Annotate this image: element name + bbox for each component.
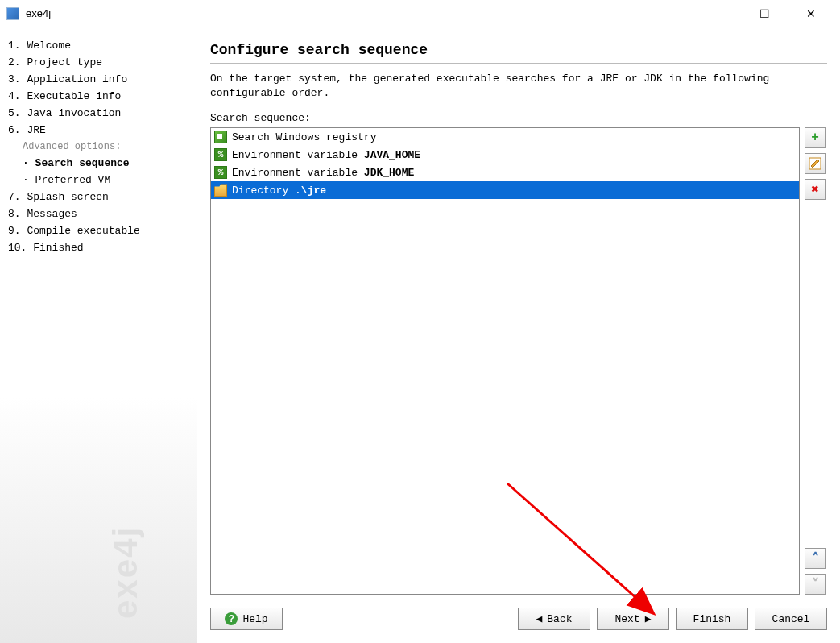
nav-item[interactable]: 8. Messages (8, 205, 189, 222)
sequence-label: Search sequence: (210, 112, 827, 124)
finish-button[interactable]: Finish (676, 608, 748, 630)
sequence-item[interactable]: Environment variable JAVA_HOME (211, 146, 799, 164)
titlebar: exe4j — ☐ ✕ (0, 0, 840, 27)
nav-item[interactable]: 6. JRE (8, 122, 189, 139)
move-down-button[interactable]: ˅ (805, 574, 826, 595)
nav-advanced-label: Advanced options: (8, 139, 189, 155)
sequence-item-text: Directory .\jre (232, 185, 326, 197)
sequence-item[interactable]: Directory .\jre (211, 181, 799, 199)
next-arrow-icon: ▶ (645, 612, 652, 625)
minimize-button[interactable]: — (701, 7, 734, 20)
help-button[interactable]: ? Help (210, 608, 283, 630)
nav-sub-item[interactable]: · Search sequence (8, 155, 189, 172)
sequence-list[interactable]: Search Windows registryEnvironment varia… (210, 127, 800, 595)
window-controls: — ☐ ✕ (701, 7, 834, 20)
move-up-button[interactable]: ˄ (805, 548, 826, 569)
nav-item[interactable]: 5. Java invocation (8, 105, 189, 122)
sidebar: 1. Welcome2. Project type3. Application … (0, 27, 197, 643)
folder-icon (214, 184, 227, 197)
close-button[interactable]: ✕ (795, 7, 827, 20)
nav-item[interactable]: 2. Project type (8, 54, 189, 71)
footer: ? Help ◀ Back Next ▶ Finish Cancel (210, 595, 827, 633)
registry-icon (214, 131, 227, 143)
env-icon (214, 148, 227, 161)
app-icon (6, 7, 19, 20)
page-title: Configure search sequence (210, 42, 827, 64)
nav-item[interactable]: 9. Compile executable (8, 222, 189, 239)
env-icon (214, 166, 227, 179)
list-toolbar: + ✖ ˄ ˅ (805, 127, 827, 595)
sequence-item-text: Search Windows registry (232, 131, 376, 143)
page-description: On the target system, the generated exec… (210, 72, 827, 101)
nav-sub-item[interactable]: · Preferred VM (8, 172, 189, 189)
nav-item[interactable]: 10. Finished (8, 239, 189, 256)
maximize-button[interactable]: ☐ (748, 7, 780, 20)
main-panel: Configure search sequence On the target … (197, 27, 840, 643)
nav-item[interactable]: 4. Executable info (8, 88, 189, 105)
sequence-item-text: Environment variable JDK_HOME (232, 167, 414, 179)
delete-button[interactable]: ✖ (805, 179, 826, 200)
back-arrow-icon: ◀ (536, 612, 542, 625)
sequence-item-text: Environment variable JAVA_HOME (232, 149, 420, 161)
edit-button[interactable] (805, 153, 826, 174)
nav-item[interactable]: 7. Splash screen (8, 189, 189, 205)
watermark: exe4j (106, 526, 145, 619)
window-title: exe4j (26, 7, 701, 19)
next-button[interactable]: Next ▶ (597, 608, 669, 630)
nav-item[interactable]: 1. Welcome (8, 37, 189, 54)
nav-item[interactable]: 3. Application info (8, 71, 189, 88)
sequence-item[interactable]: Environment variable JDK_HOME (211, 164, 799, 181)
cancel-button[interactable]: Cancel (755, 608, 827, 630)
help-icon: ? (225, 612, 238, 625)
sequence-item[interactable]: Search Windows registry (211, 128, 799, 146)
add-button[interactable]: + (805, 127, 826, 148)
back-button[interactable]: ◀ Back (518, 608, 590, 630)
